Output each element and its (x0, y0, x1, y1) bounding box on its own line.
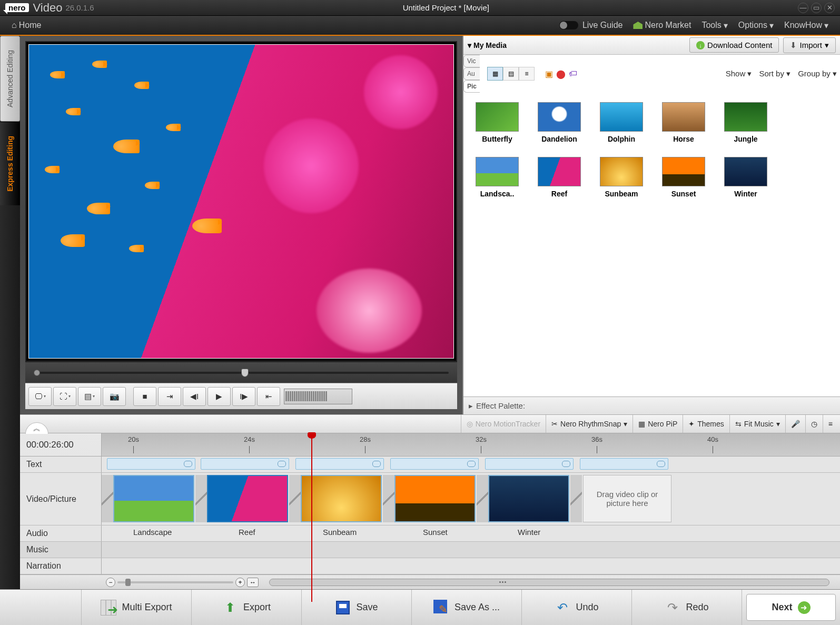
tools-menu[interactable]: Tools▾ (701, 21, 727, 31)
view-thumb-large-button[interactable]: ▦ (487, 67, 503, 81)
show-menu[interactable]: Show ▾ (726, 69, 752, 78)
pip-button[interactable]: ▦Nero PiP (633, 415, 683, 433)
media-thumb[interactable]: Sunbeam (597, 157, 646, 198)
save-as-button[interactable]: Save As ... (412, 590, 522, 625)
view-list-button[interactable]: ≡ (519, 67, 535, 81)
export-button[interactable]: ⬆ Export (192, 590, 302, 625)
aspect-button[interactable]: ▤ (78, 387, 101, 406)
video-clip-sunset[interactable] (394, 475, 476, 522)
timeline-ruler[interactable]: 20s24s28s32s36s40s (102, 433, 840, 456)
media-thumb[interactable]: Horse (659, 102, 708, 143)
media-title[interactable]: ▾ My Media (468, 41, 685, 49)
options-menu[interactable]: Options▾ (738, 21, 774, 31)
media-tab-picture[interactable]: Pic (463, 80, 480, 93)
maximize-button[interactable]: ▭ (811, 3, 822, 13)
text-clip[interactable] (107, 458, 195, 470)
next-button[interactable]: Next ➜ (746, 594, 836, 621)
tag-filter-icon[interactable]: 🏷 (569, 69, 577, 79)
mark-out-button[interactable]: ⇤ (257, 387, 280, 406)
media-thumb[interactable]: Landsca.. (473, 157, 521, 198)
stop-button[interactable]: ■ (133, 387, 156, 406)
text-clip[interactable] (580, 458, 668, 470)
media-thumb[interactable]: Jungle (722, 102, 770, 143)
media-thumb[interactable]: Reef (535, 157, 584, 198)
mic-button[interactable]: 🎤 (785, 415, 805, 433)
ruler-tick: 28s (360, 435, 371, 443)
seek-bar[interactable] (25, 362, 457, 383)
sortby-menu[interactable]: Sort by ▾ (759, 69, 790, 78)
favorite-filter-icon[interactable]: ▣ (545, 69, 553, 79)
snapshot-button[interactable]: 📷 (103, 387, 126, 406)
playhead[interactable] (311, 433, 312, 602)
settings-button[interactable]: ≡ (823, 415, 838, 433)
play-button[interactable]: ▶ (207, 387, 231, 406)
video-clip-winter[interactable] (488, 475, 569, 522)
text-clip[interactable] (390, 458, 479, 470)
video-clip-landscape[interactable] (113, 475, 194, 522)
fullscreen-button[interactable]: ⛶ (53, 387, 76, 406)
groupby-menu[interactable]: Group by ▾ (798, 69, 837, 78)
track-narration[interactable] (102, 558, 840, 574)
zoom-in-button[interactable]: + (235, 578, 245, 587)
step-fwd-button[interactable]: I▶ (232, 387, 255, 406)
media-thumb[interactable]: Dandelion (535, 102, 584, 143)
timeline-scrollbar[interactable] (269, 579, 829, 586)
fit-music-button[interactable]: ⇆Fit Music▾ (729, 415, 785, 433)
zoom-control[interactable]: − + ↔ (106, 578, 259, 587)
transition[interactable] (102, 475, 113, 522)
zoom-slider[interactable] (117, 581, 233, 583)
motion-tracker-button[interactable]: ◎Nero MotionTracker (461, 415, 546, 433)
expand-timeline-button[interactable]: ︽ (25, 422, 48, 434)
media-thumb[interactable]: Dolphin (597, 102, 646, 143)
transition[interactable] (195, 475, 207, 522)
nero-market-button[interactable]: Nero Market (633, 21, 691, 30)
transition[interactable] (289, 475, 301, 522)
track-music[interactable] (102, 542, 840, 558)
text-clip[interactable] (295, 458, 384, 470)
knowhow-menu[interactable]: KnowHow▾ (784, 21, 828, 31)
ruler-tick: 24s (244, 435, 255, 443)
step-back-button[interactable]: ◀I (183, 387, 206, 406)
undo-button[interactable]: ↶ Undo (522, 590, 632, 625)
redo-button[interactable]: ↷ Redo (632, 590, 742, 625)
live-guide-toggle[interactable]: Live Guide (559, 21, 623, 30)
video-drop-zone[interactable]: Drag video clip or picture here (583, 475, 671, 522)
text-clip[interactable] (485, 458, 574, 470)
media-thumb[interactable]: Butterfly (473, 102, 521, 143)
home-button[interactable]: ⌂ Home (12, 21, 41, 30)
advanced-editing-tab[interactable]: Advanced Editing (0, 36, 20, 122)
track-audio[interactable]: Landscape Reef Sunbeam Sunset Winter (102, 525, 840, 541)
video-clip-reef[interactable] (207, 475, 288, 522)
media-thumb[interactable]: Sunset (659, 157, 708, 198)
transition[interactable] (570, 475, 582, 522)
close-button[interactable]: ✕ (824, 3, 835, 13)
themes-button[interactable]: ✦Themes (683, 415, 729, 433)
rhythm-snap-button[interactable]: ✂Nero RhythmSnap▾ (546, 415, 633, 433)
track-text[interactable] (102, 457, 840, 472)
transition[interactable] (477, 475, 488, 522)
zoom-fit-button[interactable]: ↔ (247, 578, 259, 587)
display-mode-button[interactable]: 🖵 (28, 387, 52, 406)
preview-viewport[interactable] (25, 41, 457, 362)
import-button[interactable]: ⬇ Import ▾ (783, 37, 836, 53)
effect-palette-header[interactable]: ▸ Effect Palette: (463, 396, 840, 414)
text-clip[interactable] (201, 458, 289, 470)
media-tab-video[interactable]: Vic (463, 55, 480, 67)
mark-in-button[interactable]: ⇥ (158, 387, 181, 406)
duration-button[interactable]: ◷ (805, 415, 823, 433)
track-video[interactable]: Drag video clip or picture here (102, 473, 840, 525)
transition[interactable] (383, 475, 394, 522)
zoom-out-button[interactable]: − (106, 578, 115, 587)
minimize-button[interactable]: — (798, 3, 808, 13)
express-editing-tab[interactable]: Express Editing (0, 122, 20, 205)
video-clip-sunbeam[interactable] (301, 475, 382, 522)
media-tab-audio[interactable]: Au (463, 67, 480, 80)
seek-thumb-icon[interactable] (241, 369, 249, 377)
save-button[interactable]: Save (302, 590, 412, 625)
media-thumb[interactable]: Winter (722, 157, 770, 198)
view-thumb-small-button[interactable]: ▤ (503, 67, 519, 81)
multi-export-button[interactable]: Multi Export (82, 590, 192, 625)
download-content-button[interactable]: ↓ Download Content (689, 37, 779, 53)
save-as-label: Save As ... (454, 602, 500, 613)
location-filter-icon[interactable]: ⬤ (556, 69, 566, 79)
